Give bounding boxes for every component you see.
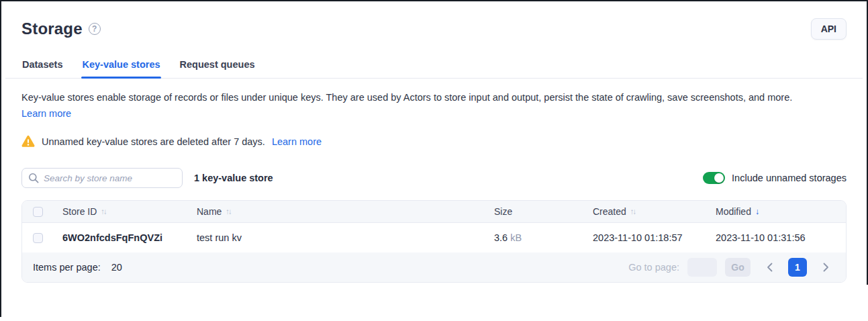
previous-page-icon[interactable] — [760, 258, 779, 277]
column-header-name[interactable]: Name ↑↓ — [197, 206, 494, 217]
row-checkbox[interactable] — [33, 233, 43, 243]
warning-icon — [21, 135, 35, 148]
chevron-down-icon — [128, 265, 136, 270]
cell-created: 2023-11-10 01:18:57 — [593, 232, 716, 243]
sort-both-icon: ↑↓ — [226, 208, 232, 216]
unnamed-storages-toggle-wrap: Include unnamed storages — [703, 172, 847, 184]
tab-datasets[interactable]: Datasets — [21, 55, 63, 78]
intro-learn-more-link[interactable]: Learn more — [21, 107, 71, 121]
tab-request-queues[interactable]: Request queues — [179, 55, 256, 78]
tab-key-value-stores[interactable]: Key-value stores — [81, 55, 160, 78]
intro-paragraph: Key-value stores enable storage of recor… — [21, 91, 847, 121]
table-row[interactable]: 6WO2nfcdsFqFnQVZi test run kv 3.6 kB 202… — [22, 223, 846, 253]
warning-banner: Unnamed key-value stores are deleted aft… — [21, 135, 847, 148]
column-header-created[interactable]: Created ↑↓ — [593, 206, 716, 217]
column-label: Size — [494, 206, 512, 217]
warning-text: Unnamed key-value stores are deleted aft… — [42, 136, 265, 147]
size-unit: kB — [510, 232, 522, 243]
toggle-knob — [714, 173, 724, 183]
store-count: 1 key-value store — [194, 173, 273, 183]
key-value-stores-table: Store ID ↑↓ Name ↑↓ Size Created ↑↓ Modi… — [21, 200, 847, 283]
table-header-row: Store ID ↑↓ Name ↑↓ Size Created ↑↓ Modi… — [22, 201, 846, 223]
cell-size: 3.6 kB — [494, 232, 593, 243]
select-all-checkbox[interactable] — [33, 207, 43, 217]
column-header-modified[interactable]: Modified ↓ — [716, 206, 846, 217]
page-header: Storage ? API — [21, 0, 847, 40]
storage-page: Storage ? API Datasets Key-value stores … — [0, 0, 868, 321]
screenshot-border-left — [0, 0, 1, 317]
cell-modified: 2023-11-10 01:31:56 — [716, 232, 846, 243]
help-icon[interactable]: ? — [89, 23, 101, 35]
column-label: Modified — [716, 206, 751, 217]
cell-name: test run kv — [197, 232, 494, 243]
page-title: Storage — [21, 19, 83, 38]
api-button[interactable]: API — [811, 18, 847, 40]
sort-both-icon: ↑↓ — [101, 208, 107, 216]
items-per-page-label: Items per page: — [33, 262, 101, 273]
page-1-button[interactable]: 1 — [788, 258, 807, 277]
toggle-label: Include unnamed storages — [732, 173, 847, 183]
table-footer: Items per page: 20 Go to page: Go 1 — [22, 253, 846, 282]
column-header-size: Size — [494, 206, 593, 217]
title-wrap: Storage ? — [21, 19, 101, 38]
go-to-page-label: Go to page: — [628, 262, 679, 273]
sort-both-icon: ↑↓ — [630, 208, 637, 216]
column-label: Name — [197, 206, 222, 217]
toolbar: 1 key-value store Include unnamed storag… — [21, 168, 847, 188]
column-label: Store ID — [62, 206, 97, 217]
sort-desc-icon: ↓ — [755, 207, 761, 216]
column-header-store-id[interactable]: Store ID ↑↓ — [62, 206, 197, 217]
search-box — [21, 168, 183, 188]
tab-bar: Datasets Key-value stores Request queues — [5, 55, 863, 79]
search-icon — [28, 173, 39, 183]
next-page-icon[interactable] — [816, 258, 835, 277]
include-unnamed-toggle[interactable] — [703, 172, 725, 184]
go-button[interactable]: Go — [725, 258, 751, 277]
cell-store-id[interactable]: 6WO2nfcdsFqFnQVZi — [62, 232, 197, 243]
go-to-page-input[interactable] — [687, 258, 717, 277]
size-value: 3.6 — [494, 232, 508, 243]
search-input[interactable] — [21, 168, 183, 188]
warning-learn-more-link[interactable]: Learn more — [272, 136, 322, 147]
items-per-page-select[interactable]: 20 — [111, 262, 136, 273]
intro-text: Key-value stores enable storage of recor… — [21, 92, 792, 103]
pagination-controls: Go to page: Go 1 — [628, 258, 835, 277]
items-per-page-value: 20 — [111, 262, 122, 273]
column-label: Created — [593, 206, 626, 217]
screenshot-border-top — [0, 0, 868, 1]
